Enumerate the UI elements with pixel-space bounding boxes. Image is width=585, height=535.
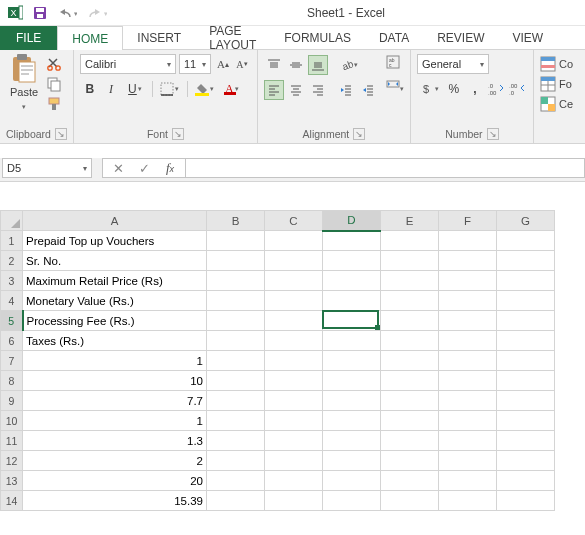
- cell-B9[interactable]: [207, 391, 265, 411]
- align-left-icon[interactable]: [264, 80, 284, 100]
- column-header-A[interactable]: A: [23, 211, 207, 231]
- tab-file[interactable]: FILE: [0, 26, 57, 50]
- row-header-12[interactable]: 12: [1, 451, 23, 471]
- row-header-14[interactable]: 14: [1, 491, 23, 511]
- cell-F7[interactable]: [439, 351, 497, 371]
- decrease-decimal-icon[interactable]: .00.0: [507, 79, 527, 99]
- cell-C1[interactable]: [265, 231, 323, 251]
- row-header-6[interactable]: 6: [1, 331, 23, 351]
- alignment-launcher-icon[interactable]: ↘: [353, 128, 365, 140]
- align-bottom-icon[interactable]: [308, 55, 328, 75]
- row-header-11[interactable]: 11: [1, 431, 23, 451]
- cell-D7[interactable]: [323, 351, 381, 371]
- cell-A6[interactable]: Taxes (Rs.): [23, 331, 207, 351]
- cell-B14[interactable]: [207, 491, 265, 511]
- cell-G3[interactable]: [497, 271, 555, 291]
- enter-icon[interactable]: ✓: [135, 161, 153, 176]
- cancel-icon[interactable]: ✕: [109, 161, 127, 176]
- cell-C6[interactable]: [265, 331, 323, 351]
- increase-decimal-icon[interactable]: .0.00: [486, 79, 506, 99]
- cell-C13[interactable]: [265, 471, 323, 491]
- row-header-10[interactable]: 10: [1, 411, 23, 431]
- cell-D14[interactable]: [323, 491, 381, 511]
- cell-G7[interactable]: [497, 351, 555, 371]
- cell-A11[interactable]: 1.3: [23, 431, 207, 451]
- cell-C5[interactable]: [265, 311, 323, 331]
- cell-C3[interactable]: [265, 271, 323, 291]
- tab-data[interactable]: DATA: [365, 26, 423, 50]
- cell-A9[interactable]: 7.7: [23, 391, 207, 411]
- increase-indent-icon[interactable]: [358, 80, 378, 100]
- format-as-table-button[interactable]: Fo: [540, 75, 573, 93]
- cell-F5[interactable]: [439, 311, 497, 331]
- cell-A5[interactable]: Processing Fee (Rs.): [23, 311, 207, 331]
- font-size-select[interactable]: 11▾: [179, 54, 211, 74]
- cell-E5[interactable]: [381, 311, 439, 331]
- worksheet-grid[interactable]: ABCDEFG 1Prepaid Top up Vouchers2Sr. No.…: [0, 210, 585, 511]
- align-top-icon[interactable]: [264, 55, 284, 75]
- cell-A10[interactable]: 1: [23, 411, 207, 431]
- cell-C2[interactable]: [265, 251, 323, 271]
- cell-E6[interactable]: [381, 331, 439, 351]
- cell-B2[interactable]: [207, 251, 265, 271]
- cell-A1[interactable]: Prepaid Top up Vouchers: [23, 231, 207, 251]
- cell-E2[interactable]: [381, 251, 439, 271]
- align-center-icon[interactable]: [286, 80, 306, 100]
- cell-F14[interactable]: [439, 491, 497, 511]
- cell-E4[interactable]: [381, 291, 439, 311]
- cell-B11[interactable]: [207, 431, 265, 451]
- decrease-font-icon[interactable]: A▾: [233, 54, 251, 74]
- cell-styles-button[interactable]: Ce: [540, 95, 573, 113]
- select-all-corner[interactable]: [1, 211, 23, 231]
- cell-F4[interactable]: [439, 291, 497, 311]
- cell-D3[interactable]: [323, 271, 381, 291]
- cell-G2[interactable]: [497, 251, 555, 271]
- cell-D9[interactable]: [323, 391, 381, 411]
- tab-home[interactable]: HOME: [57, 26, 123, 50]
- row-header-5[interactable]: 5: [1, 311, 23, 331]
- row-header-9[interactable]: 9: [1, 391, 23, 411]
- tab-page-layout[interactable]: PAGE LAYOUT: [195, 26, 270, 50]
- column-header-F[interactable]: F: [439, 211, 497, 231]
- cell-D11[interactable]: [323, 431, 381, 451]
- cell-E12[interactable]: [381, 451, 439, 471]
- cell-A2[interactable]: Sr. No.: [23, 251, 207, 271]
- column-header-E[interactable]: E: [381, 211, 439, 231]
- cell-B7[interactable]: [207, 351, 265, 371]
- number-launcher-icon[interactable]: ↘: [487, 128, 499, 140]
- cell-F2[interactable]: [439, 251, 497, 271]
- tab-view[interactable]: VIEW: [499, 26, 558, 50]
- decrease-indent-icon[interactable]: [336, 80, 356, 100]
- save-icon[interactable]: [33, 6, 47, 20]
- cell-C4[interactable]: [265, 291, 323, 311]
- cell-G6[interactable]: [497, 331, 555, 351]
- cell-E13[interactable]: [381, 471, 439, 491]
- cell-F11[interactable]: [439, 431, 497, 451]
- undo-icon[interactable]: ▾: [57, 6, 77, 20]
- cell-A8[interactable]: 10: [23, 371, 207, 391]
- bold-button[interactable]: B: [80, 79, 100, 99]
- name-box[interactable]: D5▾: [2, 158, 92, 178]
- cell-A7[interactable]: 1: [23, 351, 207, 371]
- column-header-B[interactable]: B: [207, 211, 265, 231]
- cell-F1[interactable]: [439, 231, 497, 251]
- merge-center-button[interactable]: ▾: [386, 77, 404, 94]
- font-launcher-icon[interactable]: ↘: [172, 128, 184, 140]
- cell-A12[interactable]: 2: [23, 451, 207, 471]
- cell-C11[interactable]: [265, 431, 323, 451]
- cell-F13[interactable]: [439, 471, 497, 491]
- cell-B8[interactable]: [207, 371, 265, 391]
- row-header-8[interactable]: 8: [1, 371, 23, 391]
- cell-B6[interactable]: [207, 331, 265, 351]
- cell-B3[interactable]: [207, 271, 265, 291]
- cell-G12[interactable]: [497, 451, 555, 471]
- cell-A3[interactable]: Maximum Retail Price (Rs): [23, 271, 207, 291]
- cell-C12[interactable]: [265, 451, 323, 471]
- redo-icon[interactable]: ▾: [87, 6, 107, 20]
- cell-D10[interactable]: [323, 411, 381, 431]
- cell-B4[interactable]: [207, 291, 265, 311]
- cell-D2[interactable]: [323, 251, 381, 271]
- cell-E8[interactable]: [381, 371, 439, 391]
- cell-A14[interactable]: 15.39: [23, 491, 207, 511]
- row-header-13[interactable]: 13: [1, 471, 23, 491]
